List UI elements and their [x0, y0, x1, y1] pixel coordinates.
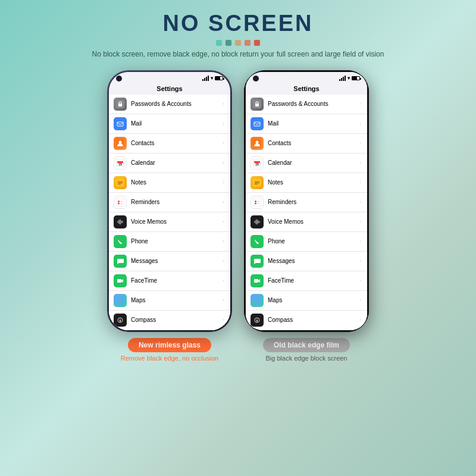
item-label: Maps — [131, 297, 223, 303]
svg-rect-61 — [253, 316, 261, 324]
app-icon: 15 — [250, 156, 264, 170]
list-item[interactable]: Mail› — [109, 114, 230, 134]
item-label: Calendar — [131, 159, 223, 166]
chevron-right-icon: › — [223, 121, 224, 126]
app-icon — [250, 255, 264, 268]
item-label: Contacts — [268, 140, 359, 146]
new-badge-label: New rimless glass — [128, 338, 211, 352]
chevron-right-icon: › — [223, 160, 224, 165]
phone-screen-new: ▾ Settings Passwords & Accounts›Mail›Con… — [109, 72, 230, 330]
item-label: Contacts — [131, 140, 223, 146]
item-label: Messages — [268, 258, 359, 264]
list-item[interactable]: Voice Memos› — [109, 212, 230, 232]
list-item[interactable]: Reminders› — [246, 193, 367, 212]
list-item[interactable]: FaceTime› — [109, 271, 230, 291]
svg-rect-1 — [118, 104, 122, 107]
camera-hole-new — [116, 76, 122, 82]
app-icon — [250, 98, 264, 111]
list-item[interactable]: 15Calendar› — [246, 154, 367, 173]
chevron-right-icon: › — [223, 258, 224, 264]
list-item[interactable]: Maps› — [109, 291, 230, 311]
svg-rect-14 — [116, 198, 124, 206]
list-item[interactable]: Voice Memos› — [246, 212, 367, 232]
svg-rect-18 — [120, 203, 123, 203]
status-icons-old: ▾ — [339, 76, 360, 81]
app-icon — [250, 215, 264, 228]
chevron-right-icon: › — [223, 101, 224, 107]
status-icons-new: ▾ — [202, 76, 223, 81]
list-item[interactable]: 15Calendar› — [109, 154, 230, 173]
phone-wrapper-old: ▾ Settings Passwords & Accounts›Mail›Con… — [244, 70, 369, 476]
svg-rect-54 — [257, 203, 259, 203]
chevron-right-icon: › — [223, 298, 224, 303]
app-icon — [250, 294, 264, 307]
item-label: Reminders — [131, 199, 223, 205]
list-item[interactable]: Notes› — [109, 173, 230, 193]
subtitle: No block screen, remove black edge, no b… — [60, 49, 416, 60]
chevron-right-icon: › — [359, 298, 361, 303]
phone-screen-old: ▾ Settings Passwords & Accounts›Mail›Con… — [246, 72, 367, 330]
svg-rect-48 — [255, 183, 259, 183]
chevron-right-icon: › — [359, 101, 361, 107]
app-icon — [250, 314, 264, 327]
item-label: Compass — [131, 317, 223, 323]
chevron-right-icon: › — [359, 199, 361, 205]
item-label: Voice Memos — [268, 218, 359, 225]
app-icon — [114, 176, 127, 189]
old-badge-subtitle: Big black edge block screen — [266, 355, 347, 362]
chevron-right-icon: › — [223, 278, 224, 283]
status-bar-new: ▾ — [109, 72, 230, 83]
list-item[interactable]: Mail› — [246, 114, 367, 134]
color-dot — [245, 40, 250, 46]
chevron-right-icon: › — [359, 180, 361, 185]
list-item[interactable]: Phone› — [109, 232, 230, 252]
svg-point-5 — [119, 140, 122, 143]
chevron-right-icon: › — [223, 219, 224, 224]
list-item[interactable]: Reminders› — [109, 193, 230, 212]
app-icon — [114, 137, 127, 150]
list-item[interactable]: FaceTime› — [246, 271, 367, 291]
settings-list-new: Passwords & Accounts›Mail›Contacts›15Cal… — [109, 95, 230, 330]
svg-rect-11 — [118, 181, 123, 182]
item-label: Maps — [268, 297, 359, 303]
app-icon — [250, 235, 264, 248]
list-item[interactable]: Contacts› — [109, 134, 230, 154]
settings-title-new: Settings — [109, 83, 230, 95]
phone-wrapper-new: ▾ Settings Passwords & Accounts›Mail›Con… — [107, 70, 232, 476]
chevron-right-icon: › — [359, 121, 361, 126]
list-item[interactable]: Messages› — [109, 252, 230, 271]
app-icon — [114, 117, 127, 130]
svg-rect-25 — [116, 316, 124, 324]
svg-point-15 — [118, 201, 120, 202]
phone-frame-old: ▾ Settings Passwords & Accounts›Mail›Con… — [244, 70, 369, 332]
list-item[interactable]: Compass› — [109, 311, 230, 330]
item-label: Calendar — [268, 159, 359, 166]
chevron-right-icon: › — [359, 317, 361, 322]
old-badge-label: Old black edge film — [263, 338, 350, 352]
list-item[interactable]: Phone› — [246, 232, 367, 252]
chevron-right-icon: › — [359, 258, 361, 264]
item-label: Voice Memos — [131, 218, 223, 225]
app-icon — [114, 98, 127, 111]
list-item[interactable]: Contacts› — [246, 134, 367, 154]
item-label: Passwords & Accounts — [131, 101, 223, 107]
list-item[interactable]: Compass› — [246, 311, 367, 330]
list-item[interactable]: Maps› — [246, 291, 367, 311]
list-item[interactable]: Messages› — [246, 252, 367, 271]
phone-frame-new: ▾ Settings Passwords & Accounts›Mail›Con… — [107, 70, 232, 332]
list-item[interactable]: Passwords & Accounts› — [246, 95, 367, 114]
badge-old: Old black edge film Big black edge block… — [263, 338, 350, 362]
app-icon — [114, 274, 127, 287]
app-icon: 15 — [114, 156, 127, 170]
new-badge-subtitle: Remove black edge, no occlusion — [121, 355, 218, 362]
app-icon — [114, 314, 127, 327]
svg-rect-50 — [253, 198, 261, 206]
list-item[interactable]: Passwords & Accounts› — [109, 95, 230, 114]
app-icon — [114, 235, 127, 248]
chevron-right-icon: › — [223, 239, 224, 244]
chevron-right-icon: › — [223, 180, 224, 185]
settings-list-old: Passwords & Accounts›Mail›Contacts›15Cal… — [246, 95, 367, 330]
app-icon — [114, 196, 127, 209]
app-icon — [114, 215, 127, 228]
list-item[interactable]: Notes› — [246, 173, 367, 193]
